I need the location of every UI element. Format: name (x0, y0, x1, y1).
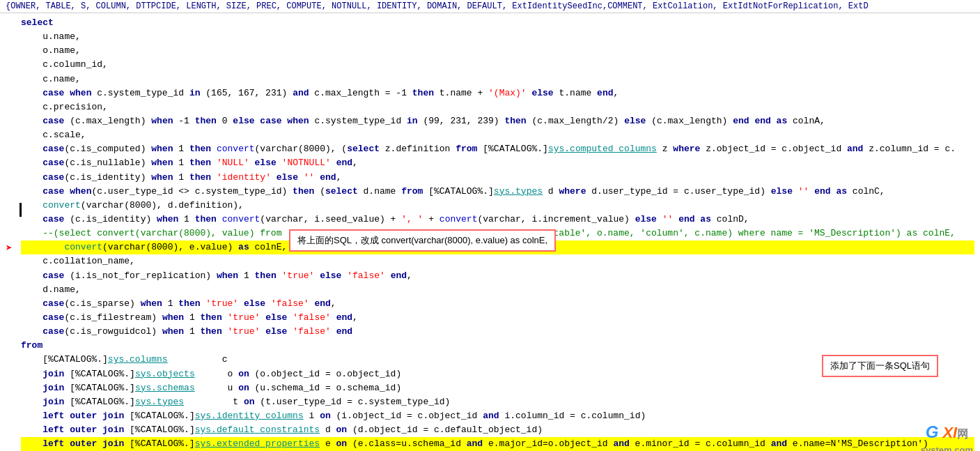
code-line: c.scale, (21, 128, 974, 142)
code-line: d.name, (21, 283, 974, 297)
highlighted-join-line: left outer join [%CATALOG%.]sys.extended… (21, 437, 974, 451)
code-line: from (21, 339, 974, 353)
tooltip-annotation-2: 添加了下面一条SQL语句 (822, 355, 938, 377)
code-line: c.precision, (21, 100, 974, 114)
code-line: case(c.is_rowguidcol) when 1 then 'true'… (21, 325, 974, 339)
code-line: c.column_id, (21, 58, 974, 72)
code-container: select u.name, o.name, c.column_id, c.na… (0, 13, 980, 451)
code-line: case when c.system_type_id in (165, 167,… (21, 86, 974, 100)
code-line: case(c.is_computed) when 1 then convert(… (21, 142, 974, 156)
code-line: c.collation_name, (21, 254, 974, 268)
code-line: left outer join [%CATALOG%.]sys.default_… (21, 423, 974, 437)
tooltip-annotation-1: 将上面的SQL，改成 convert(varchar(8000), e.valu… (289, 229, 556, 252)
code-line: convert(varchar(8000), d.definition), (21, 199, 974, 213)
watermark: G XI网 system.com (921, 422, 973, 451)
code-line: c.name, (21, 72, 974, 86)
code-line: case (i.is_not_for_replication) when 1 t… (21, 269, 974, 283)
code-line: left outer join [%CATALOG%.]sys.identity… (21, 409, 974, 423)
code-line: u.name, (21, 30, 974, 44)
code-line: case (c.max_length) when -1 then 0 else … (21, 114, 974, 128)
code-line: case when(c.user_type_id <> c.system_typ… (21, 185, 974, 199)
code-line: o.name, (21, 44, 974, 58)
code-line: case(c.is_sparse) when 1 then 'true' els… (21, 297, 974, 311)
code-line: case (c.is_identity) when 1 then convert… (21, 213, 974, 227)
code-line: join [%CATALOG%.]sys.schemas u on (u.sch… (21, 381, 974, 395)
code-line: case(c.is_filestream) when 1 then 'true'… (21, 311, 974, 325)
top-bar: {OWNER, TABLE, S, COLUMN, DTTPCIDE, LENG… (0, 0, 980, 13)
code-line: join [%CATALOG%.]sys.types t on (t.user_… (21, 395, 974, 409)
code-line: select (21, 16, 974, 30)
code-line: case(c.is_nullable) when 1 then 'NULL' e… (21, 156, 974, 170)
code-line: case(c.is_identity) when 1 then 'identit… (21, 171, 974, 185)
